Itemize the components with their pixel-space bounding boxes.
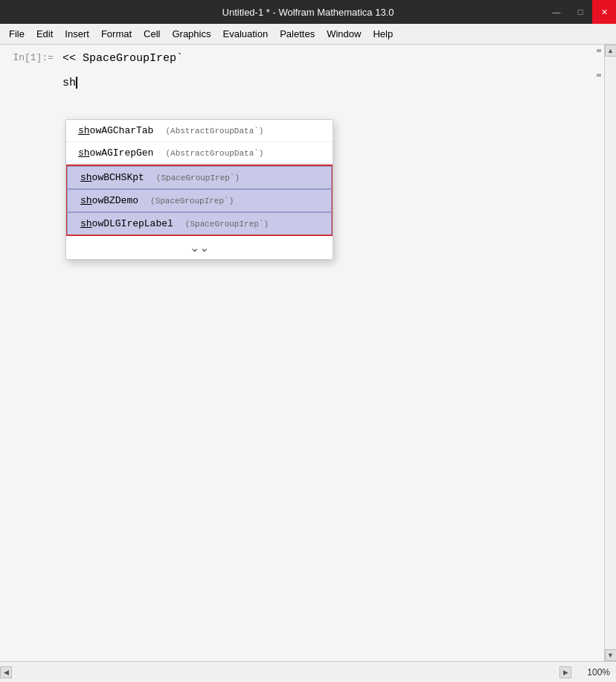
ac-source-3: (SpaceGroupIrep`) [150, 197, 234, 205]
cell-text-sh: sh [62, 77, 76, 89]
ac-name-2: showBCHSKpt [80, 172, 144, 183]
ac-more-button[interactable]: ⌄⌄ [66, 236, 333, 259]
ac-source-1: (AbstractGroupData`) [165, 149, 263, 158]
close-button[interactable]: ✕ [592, 0, 616, 24]
outer-wrapper: In[1]:= << SpaceGroupIrep` sh [0, 45, 616, 682]
menu-insert[interactable]: Insert [59, 26, 95, 42]
ac-item-3[interactable]: showBZDemo (SpaceGroupIrep`) [67, 189, 332, 212]
menu-evaluation[interactable]: Evaluation [216, 26, 274, 42]
menu-file[interactable]: File [3, 26, 31, 42]
right-scrollbar: ▲ ▼ [604, 45, 616, 661]
cell-label-1: In[1]:= [0, 51, 60, 63]
cell-row-2: sh [0, 69, 604, 91]
cell-text-2: sh [62, 77, 589, 89]
scroll-up-button[interactable]: ▲ [605, 45, 617, 57]
scroll-right-button[interactable]: ▶ [559, 666, 571, 678]
ac-source-0: (AbstractGroupData`) [165, 127, 263, 136]
ac-item-0[interactable]: showAGCharTab (AbstractGroupData`) [66, 120, 333, 142]
scroll-down-button[interactable]: ▼ [605, 649, 617, 661]
menu-edit[interactable]: Edit [31, 26, 59, 42]
zoom-label: 100% [571, 667, 616, 678]
bracket-top-2 [597, 75, 601, 77]
window-title: Untitled-1 * - Wolfram Mathematica 13.0 [222, 7, 394, 18]
bracket-bottom-1 [597, 49, 601, 51]
cell-content-2[interactable]: sh [60, 75, 592, 91]
menu-cell[interactable]: Cell [138, 26, 166, 42]
ac-name-1: showAGIrepGen [78, 147, 153, 159]
cell-label-2 [0, 75, 60, 77]
maximize-button[interactable]: □ [568, 0, 592, 24]
scroll-left-button[interactable]: ◀ [0, 666, 12, 678]
bottom-bar: ◀ ▶ 100% [0, 661, 616, 682]
bracket-top-1 [597, 51, 601, 52]
text-cursor [76, 77, 77, 89]
cell-row-1: In[1]:= << SpaceGroupIrep` [0, 45, 604, 66]
ac-name-0: showAGCharTab [78, 125, 153, 136]
ac-name-4: showDLGIrepLabel [80, 218, 173, 229]
ac-name-3: showBZDemo [80, 195, 138, 206]
window-controls: — □ ✕ [545, 0, 616, 24]
cell-content-1[interactable]: << SpaceGroupIrep` [60, 51, 592, 66]
menu-bar: File Edit Insert Format Cell Graphics Ev… [0, 24, 616, 45]
notebook: In[1]:= << SpaceGroupIrep` sh [0, 45, 604, 661]
ac-item-1[interactable]: showAGIrepGen (AbstractGroupData`) [66, 142, 333, 165]
menu-format[interactable]: Format [95, 26, 138, 42]
menu-palettes[interactable]: Palettes [274, 26, 321, 42]
minimize-button[interactable]: — [545, 0, 568, 24]
bracket-bottom-2 [597, 74, 601, 75]
menu-help[interactable]: Help [367, 26, 399, 42]
cell-text-1: << SpaceGroupIrep` [62, 52, 589, 65]
ac-item-2[interactable]: showBCHSKpt (SpaceGroupIrep`) [67, 166, 332, 189]
ac-source-2: (SpaceGroupIrep`) [156, 173, 240, 182]
content-area: In[1]:= << SpaceGroupIrep` sh [0, 45, 616, 661]
title-bar: Untitled-1 * - Wolfram Mathematica 13.0 … [0, 0, 616, 24]
autocomplete-dropdown: showAGCharTab (AbstractGroupData`) showA… [65, 119, 333, 260]
ac-item-4[interactable]: showDLGIrepLabel (SpaceGroupIrep`) [67, 212, 332, 235]
menu-window[interactable]: Window [321, 26, 367, 42]
menu-graphics[interactable]: Graphics [166, 26, 216, 42]
highlighted-block: showBCHSKpt (SpaceGroupIrep`) showBZDemo… [66, 165, 333, 236]
ac-source-4: (SpaceGroupIrep`) [185, 220, 269, 229]
horizontal-scroll-track [12, 662, 559, 682]
